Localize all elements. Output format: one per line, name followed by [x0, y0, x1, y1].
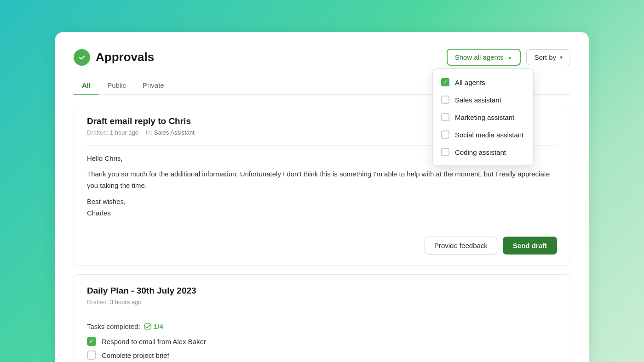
dropdown-label-marketing: Marketing assistant [455, 113, 514, 121]
checkbox-coding [441, 148, 449, 156]
dropdown-item-marketing[interactable]: Marketing assistant [433, 108, 533, 126]
task-label-2: Complete project brief [102, 351, 169, 359]
dropdown-label-all-agents: All agents [455, 79, 485, 86]
approvals-icon [74, 49, 90, 66]
checkbox-all-agents: ✓ [441, 78, 449, 86]
header-actions: Show all agents ▲ Sort by ▾ ✓ All agents… [447, 49, 570, 66]
dropdown-label-social: Social media assistant [455, 131, 523, 139]
tab-all[interactable]: All [74, 77, 99, 95]
sort-by-label: Sort by [534, 53, 556, 61]
agent-name: Sales Assistant [154, 129, 195, 136]
tab-public[interactable]: Public [99, 77, 134, 95]
email-body: Thank you so much for the additional inf… [87, 169, 557, 192]
checkbox-sales [441, 96, 449, 104]
card-divider-2 [87, 315, 557, 315]
dropdown-item-sales[interactable]: Sales assistant [433, 91, 533, 108]
drafted-label-2: Drafted: [87, 299, 108, 305]
show-agents-button[interactable]: Show all agents ▲ [447, 49, 521, 66]
drafted-time-2: 3 hours ago [110, 299, 142, 305]
task-item-1: ✓ Respond to email from Alex Baker [87, 337, 557, 346]
provide-feedback-button[interactable]: Provide feedback [425, 237, 497, 255]
tasks-header: Tasks completed: 1/4 [87, 322, 557, 330]
card-meta-daily: Drafted: 3 hours ago [87, 299, 557, 305]
svg-point-0 [77, 53, 86, 62]
card-actions-email: Provide feedback Send draft [87, 229, 557, 255]
checkbox-marketing [441, 113, 449, 121]
main-card: Approvals Show all agents ▲ Sort by ▾ ✓ … [55, 32, 589, 362]
sort-by-button[interactable]: Sort by ▾ [526, 49, 570, 65]
task-label-1: Respond to email from Alex Baker [102, 338, 206, 345]
agents-dropdown: ✓ All agents Sales assistant Marketing a… [432, 68, 534, 166]
tab-private[interactable]: Private [134, 77, 172, 95]
tasks-count: 1/4 [144, 322, 163, 330]
task-checkbox-2[interactable] [87, 351, 96, 360]
drafted-label: Drafted: [87, 129, 108, 136]
task-item-2: Complete project brief [87, 351, 557, 360]
dropdown-item-social[interactable]: Social media assistant [433, 126, 533, 143]
card-daily-plan: Daily Plan - 30th July 2023 Drafted: 3 h… [74, 274, 570, 362]
show-agents-label: Show all agents [455, 53, 504, 61]
dropdown-item-all-agents[interactable]: ✓ All agents [433, 74, 533, 91]
tasks-check-icon [144, 323, 151, 330]
send-draft-button[interactable]: Send draft [503, 237, 557, 255]
checkbox-social [441, 130, 449, 139]
dropdown-item-coding[interactable]: Coding assistant [433, 143, 533, 161]
drafted-time: 1 hour ago [110, 129, 138, 136]
tasks-label: Tasks completed: [87, 322, 140, 330]
card-title-daily: Daily Plan - 30th July 2023 [87, 286, 557, 296]
dropdown-label-sales: Sales assistant [455, 96, 501, 104]
dropdown-label-coding: Coding assistant [455, 148, 506, 156]
chevron-down-icon: ▾ [560, 54, 563, 61]
header-row: Approvals Show all agents ▲ Sort by ▾ ✓ … [74, 49, 570, 66]
in-label: In: [146, 129, 152, 136]
page-title: Approvals [96, 50, 154, 64]
chevron-up-icon: ▲ [507, 54, 513, 61]
email-sign: Best wishes,Charles [87, 196, 557, 219]
task-checkbox-1[interactable]: ✓ [87, 337, 96, 346]
title-group: Approvals [74, 49, 154, 66]
tasks-section: Tasks completed: 1/4 ✓ Respond to email … [87, 322, 557, 360]
